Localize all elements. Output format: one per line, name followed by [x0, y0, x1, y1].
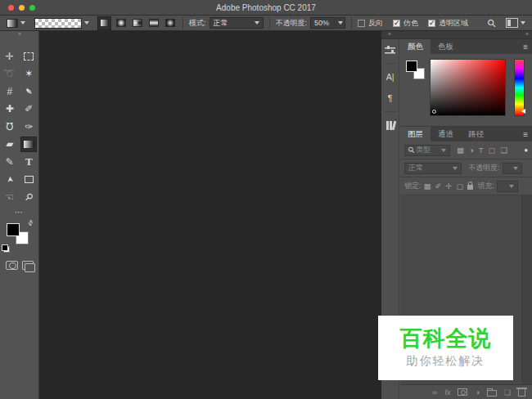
new-layer-icon[interactable]: ❏: [504, 388, 511, 397]
collapse-toolbar-button[interactable]: ››: [0, 31, 38, 41]
zoom-window-button[interactable]: [29, 5, 35, 11]
tab-swatches[interactable]: 色板: [431, 39, 461, 54]
color-picker-marker[interactable]: [432, 110, 436, 114]
search-icon[interactable]: ⚲: [485, 16, 499, 29]
stamp-icon: ℧: [6, 121, 13, 132]
brush-icon: ✐: [25, 103, 33, 114]
tab-layers[interactable]: 图层: [400, 127, 431, 141]
history-brush-tool[interactable]: ✑: [20, 118, 39, 136]
chevron-down-icon: [441, 149, 446, 152]
pen-tool[interactable]: ✎: [0, 153, 20, 171]
opacity-input[interactable]: 50%: [310, 17, 335, 29]
transparency-checkbox[interactable]: 透明区域: [428, 18, 471, 29]
minimize-window-button[interactable]: [19, 5, 25, 11]
move-tool[interactable]: ✛: [0, 47, 20, 65]
tab-channels[interactable]: 通道: [431, 127, 461, 141]
paragraph-panel-button[interactable]: ¶: [381, 87, 399, 109]
tab-paths[interactable]: 路径: [461, 127, 491, 141]
gradient-preview[interactable]: [34, 18, 82, 29]
layer-style-icon[interactable]: fx: [444, 388, 450, 397]
shape-tool[interactable]: [20, 171, 39, 189]
tool-preset-picker[interactable]: [7, 19, 25, 28]
gradient-editor-button[interactable]: [25, 18, 89, 29]
gradient-tool-selected[interactable]: [20, 136, 39, 154]
adjustments-panel-button[interactable]: [381, 39, 399, 61]
delete-layer-icon[interactable]: [518, 389, 525, 397]
collapse-panels-icon[interactable]: »: [525, 31, 529, 37]
reverse-checkbox[interactable]: 反向: [358, 18, 386, 29]
link-layers-icon[interactable]: ∞: [432, 388, 437, 397]
filter-toggle-icon[interactable]: ●: [524, 146, 528, 154]
foreground-color-swatch[interactable]: [406, 61, 417, 72]
collapse-panels-icon[interactable]: »: [388, 31, 391, 37]
radial-gradient-icon: [116, 19, 126, 27]
marquee-tool[interactable]: [20, 47, 39, 65]
lock-move-icon[interactable]: ✛: [445, 182, 452, 191]
layer-opacity-input[interactable]: [503, 163, 522, 174]
checkbox-unchecked-icon[interactable]: [358, 20, 365, 27]
default-colors-icon[interactable]: [2, 244, 9, 252]
foreground-color-swatch[interactable]: [7, 223, 20, 236]
adjustment-layer-icon[interactable]: ◑: [475, 388, 479, 397]
blend-mode-row: 正常 不透明度:: [400, 159, 532, 177]
angle-gradient-button[interactable]: [130, 16, 144, 30]
blend-mode-select[interactable]: 正常: [210, 17, 264, 29]
chevron-down-icon[interactable]: [84, 21, 89, 25]
lock-transparent-icon[interactable]: ▦: [424, 182, 431, 191]
lock-paint-icon[interactable]: ✐: [435, 182, 442, 191]
panel-menu-icon[interactable]: ≡: [523, 43, 528, 52]
filter-image-icon[interactable]: ▦: [457, 146, 464, 155]
checkbox-checked-icon[interactable]: [393, 20, 400, 27]
saturation-brightness-picker[interactable]: [430, 59, 506, 116]
workspace-switcher[interactable]: [506, 18, 525, 28]
eraser-tool[interactable]: ▰: [0, 136, 20, 154]
filter-type-icon[interactable]: T: [479, 146, 484, 155]
layer-filter-select[interactable]: ⚲ 类型: [404, 145, 450, 156]
filter-shape-icon[interactable]: ▢: [489, 146, 496, 155]
window-controls[interactable]: [8, 5, 35, 11]
screen-mode-button[interactable]: [22, 261, 34, 270]
crop-tool[interactable]: #: [0, 83, 20, 101]
hue-slider[interactable]: [514, 59, 525, 116]
quick-mask-button[interactable]: [6, 261, 18, 270]
swap-colors-icon[interactable]: ⇄: [26, 217, 35, 226]
dither-checkbox[interactable]: 仿色: [393, 18, 422, 29]
filter-smart-object-icon[interactable]: ❏: [501, 146, 508, 155]
healing-brush-tool[interactable]: ✚: [0, 101, 20, 119]
opacity-dropdown-button[interactable]: [336, 17, 345, 29]
libraries-panel-button[interactable]: [381, 114, 399, 136]
layers-scrollbar[interactable]: [521, 195, 532, 384]
character-panel-button[interactable]: A|: [381, 66, 399, 87]
tab-color[interactable]: 颜色: [400, 39, 431, 54]
radial-gradient-button[interactable]: [114, 16, 128, 30]
filter-adjustment-icon[interactable]: ◑: [469, 146, 474, 155]
layer-fill-input[interactable]: [497, 181, 518, 192]
path-selection-tool[interactable]: ➤: [0, 171, 20, 189]
hue-slider-marker[interactable]: [521, 109, 525, 114]
hand-tool[interactable]: ☜: [0, 188, 20, 206]
canvas-area[interactable]: [40, 31, 381, 399]
magic-wand-tool[interactable]: ✶: [20, 65, 39, 83]
layer-blend-mode-select[interactable]: 正常: [404, 163, 462, 174]
linear-gradient-button[interactable]: [97, 16, 111, 30]
panel-column-header: » »: [381, 31, 532, 39]
new-group-icon[interactable]: [487, 390, 497, 397]
watermark-subtitle: 助你轻松解决: [407, 354, 485, 369]
brush-tool[interactable]: ✐: [20, 101, 39, 119]
edit-toolbar-button[interactable]: ⋯: [0, 208, 38, 217]
lock-row: 锁定: ▦ ✐ ✛ ▢ 填充:: [400, 177, 532, 195]
eyedropper-tool[interactable]: ✒: [20, 83, 39, 101]
lock-all-icon[interactable]: [467, 185, 473, 190]
reflected-gradient-button[interactable]: [147, 16, 160, 30]
close-window-button[interactable]: [8, 5, 14, 11]
fill-label: 填充:: [477, 181, 494, 191]
checkbox-checked-icon[interactable]: [428, 20, 435, 27]
panel-menu-icon[interactable]: ≡: [523, 130, 528, 139]
add-mask-icon[interactable]: [458, 388, 467, 396]
clone-stamp-tool[interactable]: ℧: [0, 118, 20, 136]
diamond-gradient-button[interactable]: [163, 16, 177, 30]
lasso-tool[interactable]: ➰: [0, 65, 20, 83]
lock-artboard-icon[interactable]: ▢: [456, 182, 463, 191]
zoom-tool[interactable]: ⚲: [20, 188, 39, 206]
type-tool[interactable]: T: [20, 153, 39, 171]
